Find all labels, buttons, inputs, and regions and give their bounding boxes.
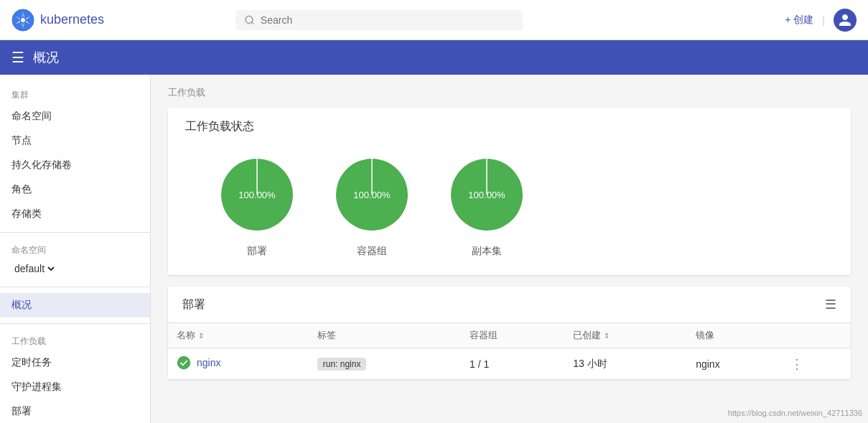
sidebar-item-cronjobs[interactable]: 定时任务 xyxy=(0,350,150,375)
row-tag: run: nginx xyxy=(309,348,461,380)
chart-deployments: 100.00% 部署 xyxy=(214,152,300,258)
sidebar-divider-1 xyxy=(0,232,150,233)
pie-chart-replicasets: 100.00% xyxy=(444,152,530,238)
chart-label-replicasets: 副本集 xyxy=(472,245,502,258)
workload-status-card: 工作负载状态 100.00% 部署 100.00% xyxy=(168,108,851,275)
chart-pods: 100.00% 容器组 xyxy=(329,152,415,258)
section-title: 工作负载 xyxy=(168,86,851,99)
pie-chart-deployments: 100.00% xyxy=(214,152,300,238)
sidebar-item-namespaces[interactable]: 命名空间 xyxy=(0,104,150,129)
sidebar-divider-2 xyxy=(0,287,150,287)
more-options-icon[interactable]: ⋮ xyxy=(790,357,803,371)
row-created: 13 小时 xyxy=(564,348,687,380)
row-more[interactable]: ⋮ xyxy=(782,348,851,380)
svg-text:100.00%: 100.00% xyxy=(468,190,505,200)
sidebar: 集群 命名空间 节点 持久化存储卷 角色 存储类 命名空间 default 概况… xyxy=(0,75,151,423)
logo-text: kubernetes xyxy=(40,12,104,27)
workload-section-label: 工作负载 xyxy=(0,330,150,350)
chart-label-pods: 容器组 xyxy=(357,245,387,258)
sort-created-icon: ⇕ xyxy=(604,332,610,340)
page-title: 概况 xyxy=(33,49,59,66)
col-created: 已创建 ⇕ xyxy=(564,323,687,348)
watermark: https://blog.csdn.net/weixin_42711336 xyxy=(728,409,862,417)
search-bar[interactable] xyxy=(235,10,523,30)
charts-row: 100.00% 部署 100.00% 容器组 xyxy=(185,146,834,264)
deployment-name-link[interactable]: nginx xyxy=(197,357,220,368)
sidebar-item-storageclass[interactable]: 存储类 xyxy=(0,202,150,226)
namespace-select[interactable]: default xyxy=(11,262,57,275)
main-content: 工作负载 工作负载状态 100.00% 部署 xyxy=(151,75,868,423)
workload-status-title: 工作负载状态 xyxy=(185,119,834,134)
col-pods: 容器组 xyxy=(461,323,564,348)
table-row: nginx run: nginx 1 / 1 13 小时 nginx ⋮ xyxy=(168,348,851,380)
sidebar-divider-3 xyxy=(0,323,150,324)
svg-point-3 xyxy=(246,16,253,23)
cluster-section-label: 集群 xyxy=(0,83,150,104)
sort-name-icon: ⇕ xyxy=(198,332,204,340)
sidebar-item-pv[interactable]: 持久化存储卷 xyxy=(0,153,150,177)
col-actions xyxy=(782,323,851,348)
pie-chart-pods: 100.00% xyxy=(329,152,415,238)
logo: kubernetes xyxy=(11,9,104,32)
main-layout: 集群 命名空间 节点 持久化存储卷 角色 存储类 命名空间 default 概况… xyxy=(0,75,868,423)
chart-label-deployments: 部署 xyxy=(247,245,267,258)
svg-point-2 xyxy=(21,18,25,22)
filter-icon[interactable]: ☰ xyxy=(825,297,836,312)
status-ok-icon xyxy=(177,355,191,370)
chart-replicasets: 100.00% 副本集 xyxy=(444,152,530,258)
menu-icon[interactable]: ☰ xyxy=(11,49,24,66)
tag-badge: run: nginx xyxy=(317,358,367,371)
search-input[interactable] xyxy=(261,14,514,26)
svg-line-4 xyxy=(251,22,253,24)
sidebar-item-overview[interactable]: 概况 xyxy=(0,293,150,317)
kubernetes-logo-icon xyxy=(11,9,34,32)
col-image: 镜像 xyxy=(687,323,782,348)
top-nav: kubernetes + 创建 | xyxy=(0,0,868,40)
sidebar-item-deployments[interactable]: 部署 xyxy=(0,399,150,423)
user-avatar[interactable] xyxy=(834,9,857,32)
namespace-section-label: 命名空间 xyxy=(0,238,150,259)
deployment-card: 部署 ☰ 名称 ⇕ 标签 容器组 xyxy=(168,287,851,379)
deployment-title: 部署 xyxy=(182,297,205,312)
deployment-header: 部署 ☰ xyxy=(168,287,851,323)
deployment-table: 名称 ⇕ 标签 容器组 已创建 ⇕ xyxy=(168,323,851,379)
col-name: 名称 ⇕ xyxy=(168,323,309,348)
sidebar-item-daemonsets[interactable]: 守护进程集 xyxy=(0,375,150,399)
person-icon xyxy=(838,13,852,27)
row-image: nginx xyxy=(687,348,782,380)
row-pods: 1 / 1 xyxy=(461,348,564,380)
header-bar: ☰ 概况 xyxy=(0,40,868,75)
nav-divider: | xyxy=(822,14,825,26)
nav-right: + 创建 | xyxy=(785,9,857,32)
row-status-name: nginx xyxy=(168,348,309,380)
svg-text:100.00%: 100.00% xyxy=(353,190,391,200)
sidebar-item-nodes[interactable]: 节点 xyxy=(0,129,150,153)
namespace-selector[interactable]: default xyxy=(0,259,150,281)
svg-text:100.00%: 100.00% xyxy=(238,190,276,200)
sidebar-item-roles[interactable]: 角色 xyxy=(0,177,150,202)
table-header-row: 名称 ⇕ 标签 容器组 已创建 ⇕ xyxy=(168,323,851,348)
search-icon xyxy=(244,14,255,26)
create-button[interactable]: + 创建 xyxy=(785,14,813,27)
col-tags: 标签 xyxy=(309,323,461,348)
svg-point-14 xyxy=(177,356,190,369)
